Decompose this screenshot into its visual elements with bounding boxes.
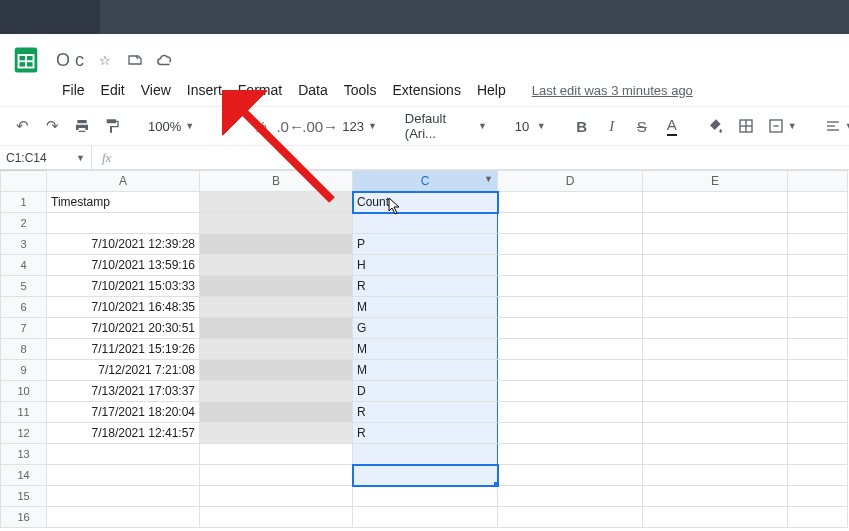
borders-icon[interactable] [734, 113, 758, 139]
cell-A1[interactable]: Timestamp [47, 192, 200, 213]
cell-F14[interactable] [788, 465, 848, 486]
cell-D11[interactable] [498, 402, 643, 423]
cell-F10[interactable] [788, 381, 848, 402]
col-head-B[interactable]: B [200, 171, 353, 192]
cell-E15[interactable] [643, 486, 788, 507]
cell-D8[interactable] [498, 339, 643, 360]
cell-F4[interactable] [788, 255, 848, 276]
format-percent[interactable]: % [248, 113, 272, 139]
cell-D12[interactable] [498, 423, 643, 444]
cell-D15[interactable] [498, 486, 643, 507]
menu-tools[interactable]: Tools [338, 80, 383, 100]
row-head[interactable]: 7 [1, 318, 47, 339]
menu-format[interactable]: Format [232, 80, 288, 100]
menu-edit[interactable]: Edit [95, 80, 131, 100]
cell-B4[interactable] [200, 255, 353, 276]
cell-A10[interactable]: 7/13/2021 17:03:37 [47, 381, 200, 402]
cell-A5[interactable]: 7/10/2021 15:03:33 [47, 276, 200, 297]
row-head[interactable]: 10 [1, 381, 47, 402]
cell-C3[interactable]: P [353, 234, 498, 255]
cell-A11[interactable]: 7/17/2021 18:20:04 [47, 402, 200, 423]
cell-E13[interactable] [643, 444, 788, 465]
cell-F7[interactable] [788, 318, 848, 339]
col-head-C[interactable]: C▼ [353, 171, 498, 192]
cloud-status-icon[interactable] [156, 51, 174, 69]
cell-E1[interactable] [643, 192, 788, 213]
cell-B16[interactable] [200, 507, 353, 528]
cell-C2[interactable] [353, 213, 498, 234]
cell-B14[interactable] [200, 465, 353, 486]
undo-icon[interactable]: ↶ [10, 113, 34, 139]
cell-F6[interactable] [788, 297, 848, 318]
menu-help[interactable]: Help [471, 80, 512, 100]
cell-C10[interactable]: D [353, 381, 498, 402]
cell-E4[interactable] [643, 255, 788, 276]
merge-cells-icon[interactable]: ▼ [764, 118, 801, 134]
cell-C1[interactable]: Count [353, 192, 498, 213]
col-head-F[interactable] [788, 171, 848, 192]
cell-A14[interactable] [47, 465, 200, 486]
bold-icon[interactable]: B [570, 113, 594, 139]
cell-F8[interactable] [788, 339, 848, 360]
row-head[interactable]: 8 [1, 339, 47, 360]
cell-B5[interactable] [200, 276, 353, 297]
menu-data[interactable]: Data [292, 80, 334, 100]
row-head[interactable]: 13 [1, 444, 47, 465]
cell-E6[interactable] [643, 297, 788, 318]
cell-C5[interactable]: R [353, 276, 498, 297]
horizontal-align-icon[interactable]: ▼ [821, 118, 849, 134]
browser-tab[interactable] [0, 0, 100, 34]
cell-B13[interactable] [200, 444, 353, 465]
decrease-decimal[interactable]: .0← [278, 113, 302, 139]
cell-F12[interactable] [788, 423, 848, 444]
row-head[interactable]: 1 [1, 192, 47, 213]
cell-B9[interactable] [200, 360, 353, 381]
cell-C15[interactable] [353, 486, 498, 507]
cell-B3[interactable] [200, 234, 353, 255]
cell-C11[interactable]: R [353, 402, 498, 423]
name-box[interactable]: C1:C14▼ [0, 146, 92, 170]
cell-F11[interactable] [788, 402, 848, 423]
row-head[interactable]: 12 [1, 423, 47, 444]
cell-E11[interactable] [643, 402, 788, 423]
cell-D1[interactable] [498, 192, 643, 213]
cell-A8[interactable]: 7/11/2021 15:19:26 [47, 339, 200, 360]
cell-D14[interactable] [498, 465, 643, 486]
cell-D10[interactable] [498, 381, 643, 402]
cell-B12[interactable] [200, 423, 353, 444]
select-all-corner[interactable] [1, 171, 47, 192]
col-head-D[interactable]: D [498, 171, 643, 192]
cell-C16[interactable] [353, 507, 498, 528]
cell-B2[interactable] [200, 213, 353, 234]
cell-F16[interactable] [788, 507, 848, 528]
doc-title[interactable]: O c [56, 50, 84, 71]
cell-C4[interactable]: H [353, 255, 498, 276]
spreadsheet-grid[interactable]: A B C▼ D E 1TimestampCount237/10/2021 12… [0, 170, 849, 528]
cell-B8[interactable] [200, 339, 353, 360]
cell-B1[interactable] [200, 192, 353, 213]
cell-B15[interactable] [200, 486, 353, 507]
menu-extensions[interactable]: Extensions [386, 80, 466, 100]
print-icon[interactable] [70, 113, 94, 139]
move-icon[interactable] [126, 51, 144, 69]
cell-A9[interactable]: 7/12/2021 7:21:08 [47, 360, 200, 381]
text-color-icon[interactable]: A [660, 113, 684, 139]
cell-A13[interactable] [47, 444, 200, 465]
cell-D7[interactable] [498, 318, 643, 339]
cell-C8[interactable]: M [353, 339, 498, 360]
cell-E12[interactable] [643, 423, 788, 444]
italic-icon[interactable]: I [600, 113, 624, 139]
row-head[interactable]: 16 [1, 507, 47, 528]
cell-F3[interactable] [788, 234, 848, 255]
cell-F15[interactable] [788, 486, 848, 507]
font-select[interactable]: Default (Ari...▼ [401, 111, 491, 141]
cell-F5[interactable] [788, 276, 848, 297]
cell-F1[interactable] [788, 192, 848, 213]
row-head[interactable]: 6 [1, 297, 47, 318]
cell-D16[interactable] [498, 507, 643, 528]
last-edit-link[interactable]: Last edit was 3 minutes ago [532, 83, 693, 98]
row-head[interactable]: 2 [1, 213, 47, 234]
col-head-E[interactable]: E [643, 171, 788, 192]
cell-C9[interactable]: M [353, 360, 498, 381]
row-head[interactable]: 3 [1, 234, 47, 255]
